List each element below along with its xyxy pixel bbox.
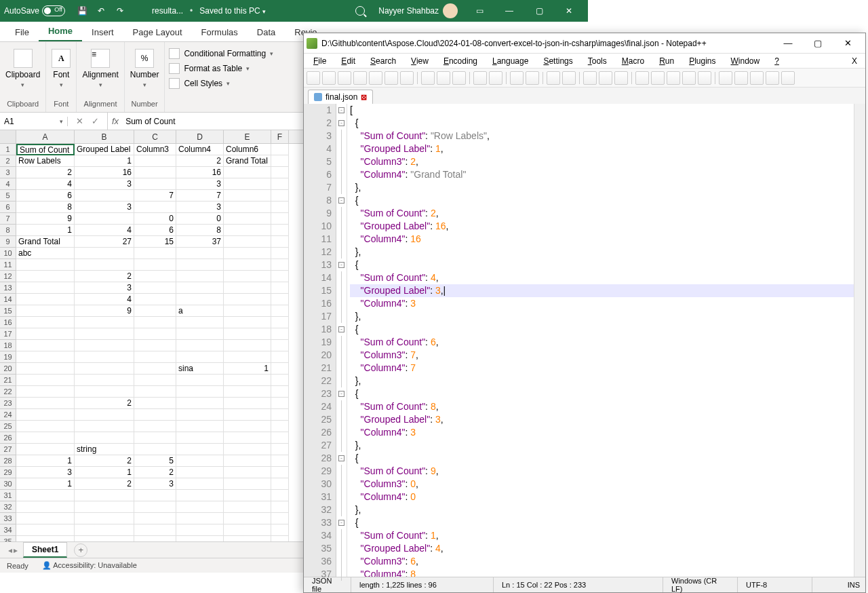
status-accessibility[interactable]: 👤 Accessibility: Unavailable	[42, 561, 137, 570]
cell[interactable]	[134, 202, 176, 213]
cell[interactable]	[75, 328, 134, 340]
menu-search[interactable]: Search	[363, 55, 403, 67]
row-header[interactable]: 22	[0, 386, 16, 398]
row-header[interactable]: 26	[0, 432, 16, 444]
cell[interactable]	[134, 271, 176, 282]
cell[interactable]	[224, 225, 271, 236]
cell[interactable]	[224, 248, 271, 259]
cell[interactable]	[176, 351, 224, 363]
cell[interactable]	[134, 536, 176, 541]
cell[interactable]: 16	[75, 167, 134, 178]
cell[interactable]	[134, 305, 176, 317]
cell[interactable]	[271, 155, 289, 167]
row-header[interactable]: 19	[0, 351, 16, 363]
fold-toggle[interactable]: -	[338, 197, 344, 204]
row-header[interactable]: 1	[0, 144, 16, 155]
cell[interactable]	[16, 513, 75, 524]
cell[interactable]	[224, 351, 271, 363]
cell[interactable]	[271, 444, 289, 455]
cell[interactable]	[176, 282, 224, 294]
play2-icon[interactable]	[766, 71, 779, 85]
ribbon-tab-file[interactable]: File	[5, 23, 39, 41]
cell[interactable]	[224, 432, 271, 444]
cell[interactable]	[16, 444, 75, 455]
column-header[interactable]: F	[271, 130, 289, 143]
cell[interactable]: 9	[16, 213, 75, 225]
clipboard-button[interactable]: Clipboard▾	[5, 45, 40, 88]
cell[interactable]	[271, 178, 289, 190]
menu-edit[interactable]: Edit	[334, 55, 362, 67]
cell[interactable]: 16	[176, 167, 224, 178]
cell[interactable]	[271, 432, 289, 444]
cell[interactable]: Column4	[176, 144, 224, 155]
fold-toggle[interactable]: -	[338, 520, 344, 526]
ribbon-tab-insert[interactable]: Insert	[82, 23, 123, 41]
close-icon[interactable]: ✕	[554, 0, 584, 22]
cell[interactable]: 1	[224, 363, 271, 375]
macro-icon[interactable]	[781, 71, 795, 85]
cell[interactable]	[224, 398, 271, 409]
cell[interactable]	[75, 490, 134, 501]
cell[interactable]	[176, 513, 224, 524]
cell[interactable]	[16, 375, 75, 386]
cell[interactable]	[75, 317, 134, 328]
cell[interactable]	[134, 524, 176, 536]
cell[interactable]: 3	[176, 202, 224, 213]
select-all-corner[interactable]	[0, 130, 16, 143]
cell[interactable]	[271, 328, 289, 340]
cell[interactable]	[271, 340, 289, 351]
cell[interactable]: Column3	[134, 144, 176, 155]
row-header[interactable]: 2	[0, 155, 16, 167]
cell[interactable]	[176, 375, 224, 386]
copy-icon[interactable]	[437, 71, 450, 85]
save-icon[interactable]	[338, 71, 351, 85]
row-header[interactable]: 17	[0, 328, 16, 340]
cell[interactable]: 2	[176, 155, 224, 167]
cell[interactable]	[134, 501, 176, 513]
row-header[interactable]: 16	[0, 317, 16, 328]
cell[interactable]	[16, 363, 75, 375]
fold-toggle[interactable]: -	[338, 120, 344, 126]
formula-bar[interactable]: Sum of Count	[123, 117, 175, 126]
cell[interactable]	[75, 409, 134, 421]
close-icon[interactable]: ✕	[833, 34, 863, 53]
row-header[interactable]: 33	[0, 513, 16, 524]
cell[interactable]	[176, 386, 224, 398]
row-header[interactable]: 6	[0, 202, 16, 213]
cell[interactable]: 2	[16, 167, 75, 178]
cell[interactable]	[224, 317, 271, 328]
column-header[interactable]: D	[176, 130, 224, 143]
cell[interactable]: a	[176, 305, 224, 317]
cell[interactable]	[271, 536, 289, 541]
saved-location[interactable]: Saved to this PC ▾	[199, 6, 266, 16]
cell[interactable]	[271, 305, 289, 317]
row-header[interactable]: 31	[0, 490, 16, 501]
cell[interactable]	[224, 236, 271, 248]
minimize-icon[interactable]: —	[494, 0, 524, 22]
tab-close-icon[interactable]: ⊠	[361, 93, 367, 102]
cell[interactable]	[271, 190, 289, 202]
close-icon[interactable]	[369, 71, 382, 85]
cell[interactable]	[75, 259, 134, 271]
undo-icon[interactable]: ↶	[96, 6, 106, 16]
cell[interactable]	[75, 351, 134, 363]
cell[interactable]: 3	[75, 178, 134, 190]
row-header[interactable]: 14	[0, 294, 16, 305]
row-header[interactable]: 5	[0, 190, 16, 202]
cell[interactable]	[224, 167, 271, 178]
vertical-scrollbar[interactable]	[854, 104, 865, 577]
row-header[interactable]: 3	[0, 167, 16, 178]
cell[interactable]	[176, 340, 224, 351]
cell[interactable]	[16, 536, 75, 541]
cell[interactable]: 2	[75, 398, 134, 409]
cell[interactable]: 3	[134, 478, 176, 490]
row-header[interactable]: 10	[0, 248, 16, 259]
redo-icon[interactable]: ↷	[115, 6, 125, 16]
cell[interactable]	[134, 340, 176, 351]
cell[interactable]	[176, 536, 224, 541]
cell[interactable]: 7	[176, 190, 224, 202]
column-header[interactable]: A	[16, 130, 75, 143]
cell[interactable]	[224, 409, 271, 421]
cell[interactable]	[271, 225, 289, 236]
autosave-toggle[interactable]: AutoSave Off	[4, 5, 65, 16]
